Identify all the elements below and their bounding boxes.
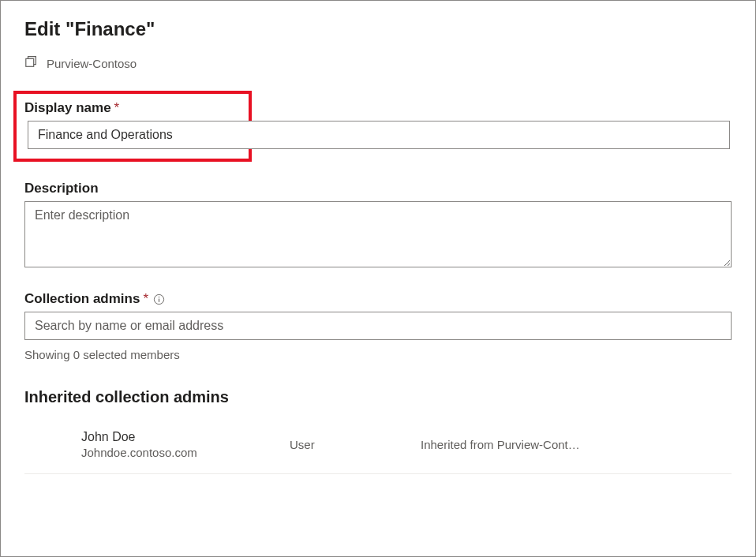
breadcrumb: Purview-Contoso [24, 54, 732, 72]
display-name-highlight: Display name * [13, 91, 252, 162]
admin-email: Johndoe.contoso.com [81, 446, 290, 459]
collection-admins-label: Collection admins * [24, 291, 732, 307]
description-input[interactable] [24, 201, 732, 267]
inherited-admins-title: Inherited collection admins [24, 388, 732, 406]
collection-admins-field: Collection admins * Showing 0 selected m… [24, 291, 732, 361]
description-label: Description [24, 181, 732, 196]
admin-inherited-from: Inherited from Purview-Cont… [421, 438, 580, 451]
required-asterisk: * [143, 291, 148, 307]
required-asterisk: * [114, 100, 120, 116]
display-name-input[interactable] [28, 121, 730, 149]
selected-members-count: Showing 0 selected members [24, 348, 732, 361]
collection-admins-search-input[interactable] [24, 312, 732, 340]
description-field: Description [24, 181, 732, 271]
breadcrumb-root: Purview-Contoso [47, 57, 137, 70]
svg-point-3 [159, 296, 159, 297]
display-name-label: Display name * [24, 100, 241, 116]
admin-type: User [290, 438, 421, 451]
info-icon[interactable] [153, 293, 165, 305]
collection-icon [24, 54, 39, 72]
table-row: John Doe Johndoe.contoso.com User Inheri… [24, 421, 732, 474]
admin-name: John Doe [81, 430, 290, 444]
svg-rect-0 [26, 58, 34, 66]
page-title: Edit "Finance" [24, 18, 732, 40]
